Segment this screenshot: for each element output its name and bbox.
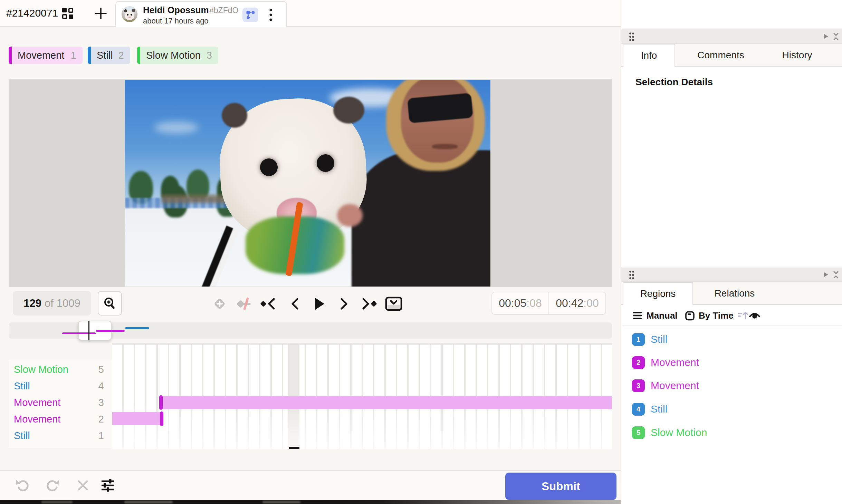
undo-button[interactable] bbox=[13, 476, 31, 494]
label-accent bbox=[137, 47, 140, 64]
expand-panel-icon[interactable] bbox=[823, 272, 829, 278]
seek-playhead[interactable] bbox=[88, 321, 89, 340]
region-label: Slow Motion bbox=[651, 427, 707, 438]
label-chip-text: Still bbox=[97, 47, 113, 64]
timeline-zoom-button[interactable] bbox=[98, 291, 122, 316]
next-keyframe-icon bbox=[361, 297, 377, 311]
tab-relations[interactable]: Relations bbox=[693, 282, 776, 305]
video-letterbox bbox=[9, 79, 612, 287]
label-chip-still[interactable]: Still 2 bbox=[88, 47, 130, 64]
visibility-eye-icon[interactable] bbox=[748, 311, 761, 320]
by-time-sort-button[interactable]: By Time bbox=[685, 309, 748, 322]
regions-toolbar: Manual By Time bbox=[621, 307, 842, 324]
grid-view-button[interactable] bbox=[58, 4, 77, 23]
add-annotation-button[interactable] bbox=[91, 4, 111, 23]
label-chip-text: Movement bbox=[18, 47, 64, 64]
total-frames: 1009 bbox=[57, 297, 80, 310]
chevron-right-icon bbox=[339, 297, 350, 311]
close-icon bbox=[77, 479, 89, 492]
seek-region-still[interactable] bbox=[125, 327, 149, 329]
region-item-5[interactable]: 5 Slow Motion bbox=[632, 423, 707, 442]
label-chip-movement[interactable]: Movement 1 bbox=[9, 47, 83, 64]
annotation-hash: #bZFdO bbox=[209, 6, 238, 15]
track-row-still-1[interactable]: Still1 bbox=[9, 427, 112, 444]
redo-button[interactable] bbox=[44, 476, 62, 494]
drag-handle-icon[interactable] bbox=[629, 270, 634, 280]
frame-separator: of bbox=[45, 297, 54, 310]
current-time: 00:05:08 bbox=[492, 292, 548, 314]
right-panel: Info Comments History Selection Details … bbox=[621, 0, 842, 504]
delete-button[interactable] bbox=[74, 476, 92, 494]
track-row-slow-motion[interactable]: Slow Motion5 bbox=[9, 361, 112, 378]
track-row-still-4[interactable]: Still4 bbox=[9, 378, 112, 394]
region-label: Still bbox=[651, 333, 667, 345]
by-time-icon bbox=[685, 311, 695, 321]
region-item-2[interactable]: 2 Movement bbox=[632, 353, 699, 372]
add-keyframe-button[interactable] bbox=[210, 294, 229, 313]
prev-frame-button[interactable] bbox=[285, 294, 304, 313]
node-link-icon bbox=[246, 10, 255, 20]
tab-info[interactable]: Info bbox=[623, 44, 675, 67]
drag-handle-icon[interactable] bbox=[629, 32, 634, 41]
video-frame bbox=[125, 80, 490, 287]
expand-panel-icon[interactable] bbox=[823, 33, 829, 39]
collapse-frames-button[interactable] bbox=[384, 294, 403, 313]
region-label: Movement bbox=[651, 357, 699, 368]
opossum-ear bbox=[222, 103, 247, 128]
background-window-strip bbox=[0, 500, 621, 504]
collapse-panel-icon[interactable] bbox=[833, 270, 839, 279]
region-item-4[interactable]: 4 Still bbox=[632, 399, 667, 419]
relations-toggle-button[interactable] bbox=[242, 8, 258, 22]
ski-pole bbox=[192, 225, 239, 287]
next-frame-button[interactable] bbox=[335, 294, 354, 313]
tab-history[interactable]: History bbox=[766, 44, 828, 67]
manual-sort-button[interactable]: Manual bbox=[633, 309, 678, 322]
add-keyframe-icon bbox=[212, 296, 228, 312]
play-button[interactable] bbox=[310, 294, 329, 313]
region-label: Still bbox=[651, 403, 667, 415]
info-panel-header bbox=[621, 29, 842, 44]
collapse-panel-icon[interactable] bbox=[833, 32, 839, 41]
settings-sliders-button[interactable] bbox=[99, 476, 117, 494]
keyframe-marker[interactable] bbox=[159, 395, 163, 410]
prev-keyframe-icon bbox=[260, 297, 277, 311]
redo-icon bbox=[46, 479, 60, 492]
region-item-3[interactable]: 3 Movement bbox=[632, 376, 699, 395]
seek-region-movement[interactable] bbox=[62, 332, 96, 334]
time-display[interactable]: 00:05:08 00:42:00 bbox=[491, 292, 606, 315]
track-row-movement-2[interactable]: Movement2 bbox=[9, 411, 112, 427]
track-row-movement-3[interactable]: Movement3 bbox=[9, 394, 112, 411]
total-time: 00:42:00 bbox=[548, 292, 605, 314]
current-frame: 129 bbox=[23, 297, 41, 310]
grid-view-icon bbox=[61, 7, 74, 20]
chevron-left-icon bbox=[289, 297, 300, 311]
timeline-playhead-handle[interactable] bbox=[289, 447, 299, 449]
label-accent bbox=[88, 47, 91, 64]
tab-comments[interactable]: Comments bbox=[679, 44, 762, 67]
region-badge: 4 bbox=[632, 403, 645, 416]
person-jacket bbox=[352, 150, 490, 287]
annotation-menu-button[interactable] bbox=[263, 7, 279, 23]
annotation-card[interactable]: Heidi Opossum #bZFdO about 17 hours ago bbox=[115, 1, 287, 27]
region-badge: 5 bbox=[632, 426, 645, 439]
timeline-region-movement-2[interactable] bbox=[112, 412, 163, 425]
opossum-eye bbox=[260, 158, 278, 176]
sliders-icon bbox=[101, 478, 115, 493]
label-chip-slow-motion[interactable]: Slow Motion 3 bbox=[137, 47, 218, 64]
track-label-panel: Slow Motion5 Still4 Movement3 Movement2 … bbox=[9, 360, 112, 448]
seek-region-movement[interactable] bbox=[96, 330, 125, 332]
next-keyframe-button[interactable] bbox=[359, 294, 379, 313]
annotator-name: Heidi Opossum bbox=[143, 5, 209, 16]
timeline-region-movement-3[interactable] bbox=[160, 396, 612, 409]
region-label: Movement bbox=[651, 380, 699, 391]
submit-button[interactable]: Submit bbox=[505, 473, 616, 500]
frame-counter[interactable]: 129 of 1009 bbox=[13, 291, 91, 316]
region-item-1[interactable]: 1 Still bbox=[632, 330, 667, 349]
tab-regions[interactable]: Regions bbox=[623, 282, 693, 305]
keyframe-interpolation-button[interactable] bbox=[235, 294, 254, 313]
label-accent bbox=[9, 47, 12, 64]
regions-list: 1 Still 2 Movement 3 Movement 4 Still 5 … bbox=[622, 326, 842, 326]
keyframe-marker[interactable] bbox=[160, 411, 163, 426]
label-studio-app: #21420071 Heidi Opossum #bZ bbox=[0, 0, 842, 504]
prev-keyframe-button[interactable] bbox=[259, 294, 278, 313]
